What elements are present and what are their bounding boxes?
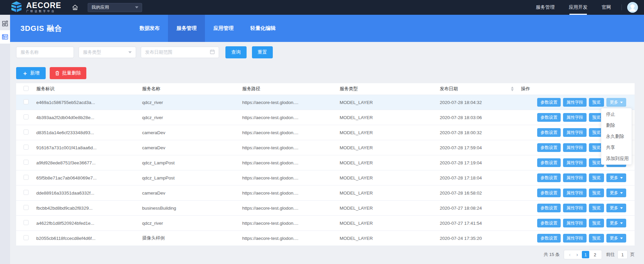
batch-delete-button[interactable]: 批量删除 [50,67,86,79]
dropdown-menu-item[interactable]: 添加到应用 [601,153,632,164]
select-all-checkbox[interactable] [24,86,29,91]
table-row: e469a1c586755eb52acd3a... qdcz_river htt… [16,95,635,110]
more-actions-dropdown: 停止删除永久删除共享添加到应用 [601,108,632,165]
search-button[interactable]: 查询 [225,46,247,58]
params-settings-button[interactable]: 参数设置 [537,204,561,212]
attribute-fields-button[interactable]: 属性字段 [563,143,587,152]
attribute-fields-button[interactable]: 属性字段 [563,234,587,243]
plus-icon: ＋ [22,69,28,77]
user-avatar[interactable] [627,2,638,13]
cell-service-path: https://aecore-test.glodon.... [240,175,337,180]
cell-service-type: MODEL_LAYER [337,221,437,226]
preview-button[interactable]: 预览 [589,204,604,212]
cell-service-type: MODEL_LAYER [337,130,437,135]
topnav-link[interactable]: 官网 [602,0,611,15]
pagination-total: 共 15 条 [544,252,560,258]
attribute-fields-button[interactable]: 属性字段 [563,158,587,167]
cell-service-type: MODEL_LAYER [337,175,437,180]
preview-button[interactable]: 预览 [589,219,604,227]
header-tab[interactable]: 应用管理 [205,15,242,42]
attribute-fields-button[interactable]: 属性字段 [563,189,587,197]
cell-publish-date: 2020-07-28 18:03:06 [437,115,518,120]
sort-desc-icon[interactable] [511,89,514,91]
dropdown-menu-item[interactable]: 永久删除 [601,131,632,142]
header-tabs: 数据发布服务管理应用管理轻量化编辑 [131,15,284,42]
header-tab[interactable]: 轻量化编辑 [242,15,284,42]
params-settings-button[interactable]: 参数设置 [537,98,561,107]
app-select[interactable]: 我的应用 [88,3,142,12]
attribute-fields-button[interactable]: 属性字段 [563,98,587,107]
row-checkbox[interactable] [24,175,29,180]
chevron-down-icon [620,102,623,103]
dropdown-menu-item[interactable]: 共享 [601,142,632,153]
home-icon[interactable] [72,4,78,10]
sidebar-item-service-app[interactable] [0,30,10,44]
topnav-link[interactable]: 服务管理 [536,0,555,15]
attribute-fields-button[interactable]: 属性字段 [563,128,587,137]
cell-service-path: https://aecore-test.glodon.... [240,100,337,105]
left-sidebar [0,15,10,264]
service-name-input[interactable]: 服务名称 [16,47,74,58]
preview-button[interactable]: 预览 [589,189,604,197]
row-checkbox[interactable] [24,190,29,195]
publish-date-range-input[interactable]: 发布日期范围 [141,47,219,58]
attribute-fields-button[interactable]: 属性字段 [563,113,587,122]
more-button[interactable]: 更多 [606,234,626,243]
params-settings-button[interactable]: 参数设置 [537,234,561,243]
attribute-fields-button[interactable]: 属性字段 [563,219,587,227]
row-checkbox[interactable] [24,160,29,165]
more-button[interactable]: 更多 [606,98,626,107]
attribute-fields-button[interactable]: 属性字段 [563,204,587,212]
dropdown-menu-item[interactable]: 删除 [601,120,632,131]
prev-page-button[interactable]: ‹ [566,251,573,258]
more-button[interactable]: 更多 [606,173,626,182]
params-settings-button[interactable]: 参数设置 [537,189,561,197]
cell-service-id: a9fd928ede8751f3ee36677... [34,160,139,165]
table-row: b2055cb6118fccecd8ef4d6f... 摄像头样例 https:… [16,231,635,246]
row-checkbox[interactable] [24,235,29,240]
row-checkbox[interactable] [24,114,29,119]
header-tab[interactable]: 数据发布 [131,15,168,42]
params-settings-button[interactable]: 参数设置 [537,219,561,227]
brand-subtitle: 广联达数字中台 [26,9,61,13]
params-settings-button[interactable]: 参数设置 [537,143,561,152]
sort-icon[interactable] [511,87,514,91]
next-page-button[interactable]: › [573,251,581,258]
chevron-down-icon [135,6,138,8]
row-checkbox[interactable] [24,129,29,135]
sidebar-item-dashboard[interactable] [0,17,10,30]
more-button[interactable]: 更多 [606,204,626,212]
params-settings-button[interactable]: 参数设置 [537,113,561,122]
row-checkbox[interactable] [24,220,29,225]
sort-asc-icon[interactable] [511,87,514,89]
more-button[interactable]: 更多 [606,189,626,197]
dropdown-menu-item[interactable]: 停止 [601,109,632,120]
params-settings-button[interactable]: 参数设置 [537,173,561,182]
attribute-fields-button[interactable]: 属性字段 [563,173,587,182]
preview-button[interactable]: 预览 [589,173,604,182]
table-row: d8351da14e6cf233348d93... cameraDev http… [16,125,635,140]
chevron-down-icon [128,51,132,53]
page-title: 3DGIS 融合 [20,23,62,34]
add-button[interactable]: ＋ 新增 [16,67,46,79]
preview-button[interactable]: 预览 [589,98,604,107]
params-settings-button[interactable]: 参数设置 [537,158,561,167]
pager: ‹ › 12 [564,250,602,259]
goto-page-input[interactable] [617,250,628,259]
page-number-button[interactable]: 2 [591,251,599,258]
row-checkbox[interactable] [24,205,29,210]
reset-button[interactable]: 重置 [252,46,273,58]
more-button[interactable]: 更多 [606,219,626,227]
cell-actions: 参数设置 属性字段 预览 更多 [518,204,635,212]
column-header-service-name: 服务名称 [139,86,240,92]
service-type-select[interactable]: 服务类型 [79,47,136,58]
row-checkbox[interactable] [24,145,29,150]
row-checkbox[interactable] [24,99,29,104]
header-tab[interactable]: 服务管理 [168,15,205,42]
page-number-button[interactable]: 1 [582,251,589,258]
topnav-link[interactable]: 应用开发 [569,0,588,15]
top-navbar: AECORE 广联达数字中台 我的应用 服务管理应用开发官网 [0,0,644,15]
preview-button[interactable]: 预览 [589,234,604,243]
cell-service-path: https://aecore-test.glodon.... [240,130,337,135]
params-settings-button[interactable]: 参数设置 [537,128,561,137]
